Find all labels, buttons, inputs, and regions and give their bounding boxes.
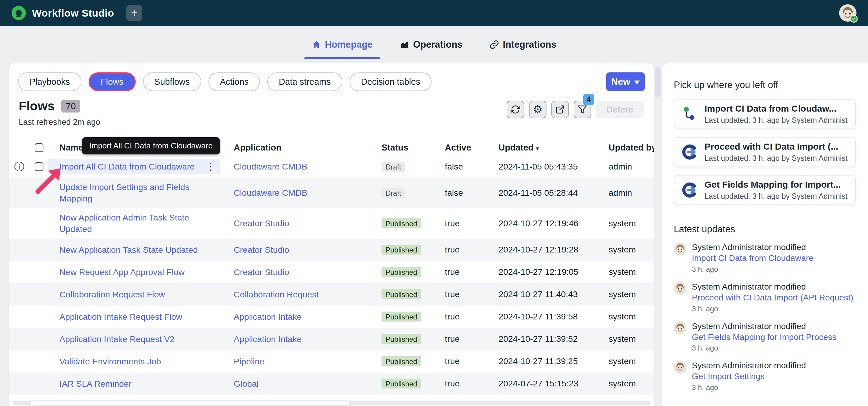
table-row[interactable]: i New Application Task State Updated⋮ Cr… [9,239,654,261]
pickup-card[interactable]: Import CI Data from Cloudaw... Last upda… [674,99,856,129]
status-badge: Published [381,356,421,366]
tab-integrations[interactable]: Integrations [488,26,558,63]
horizontal-scrollbar-thumb[interactable] [30,401,350,405]
column-header-status[interactable]: Status [368,143,431,153]
export-button[interactable] [551,101,569,118]
active-value: true [431,334,485,344]
new-button[interactable]: New [606,72,645,91]
application-link[interactable]: Pipeline [234,356,264,366]
pickup-card[interactable]: Get Fields Mapping for Import... Last up… [674,175,856,205]
update-time: 3 h. ago [692,265,813,274]
filter-pill-data-streams[interactable]: Data streams [267,72,342,91]
card-subtitle: Last updated: 3 h. ago by System Adminis… [705,192,848,200]
application-link[interactable]: Cloudaware CMDB [234,188,307,197]
page-title: Flows [19,99,55,114]
table-row[interactable]: i New Application Admin Task State Updat… [9,208,654,239]
table-row[interactable]: i Import All CI Data from Cloudaware⋮ Cl… [9,155,654,178]
tab-operations[interactable]: Operations [398,26,464,63]
main-navigation: Homepage Operations Integrations [0,26,868,63]
update-avatar [674,321,686,334]
application-link[interactable]: Creator Studio [234,267,289,277]
flow-name-link[interactable]: Collaboration Request Flow [59,289,165,299]
update-avatar [674,243,686,255]
update-target-link[interactable]: Proceed with CI Data Import (API Request… [692,292,853,303]
flow-name-link[interactable]: Import All CI Data from Cloudaware [59,161,194,172]
status-badge: Published [381,379,421,388]
pickup-card[interactable]: Proceed with CI Data Import (... Last up… [674,137,856,167]
flow-name-link[interactable]: Update Import Settings and Fields Mappin… [59,182,189,203]
filter-pill-decision-tables[interactable]: Decision tables [349,72,432,91]
application-link[interactable]: Application Intake [234,334,302,344]
flows-panel: PlaybooksFlowsSubflowsActionsData stream… [9,63,654,406]
table-row[interactable]: i Validate Environments Job⋮ Pipeline Pu… [9,350,654,373]
table-row[interactable]: i Application Intake Request Flow⋮ Appli… [9,306,654,328]
application-link[interactable]: Collaboration Request [234,289,319,299]
latest-updates-list: System Administrator modified Import CI … [674,243,856,392]
refresh-button[interactable] [507,101,524,118]
flow-name-link[interactable]: New Request App Approval Flow [59,267,185,277]
online-check-badge [850,15,858,23]
updated-by-value: system [595,312,654,321]
kebab-menu-icon[interactable]: ⋮ [206,161,215,172]
tab-homepage[interactable]: Homepage [310,26,374,63]
update-target-link[interactable]: Get Fields Mapping for Import Process [692,332,836,343]
app-logo-icon [11,6,26,20]
vertical-scrollbar-thumb[interactable] [655,67,660,96]
table-row[interactable]: i New Request App Approval Flow⋮ Creator… [9,261,654,283]
info-icon[interactable]: i [14,162,24,171]
update-item: System Administrator modified Get Import… [674,361,856,392]
column-header-updated-by[interactable]: Updated by [595,143,654,153]
flow-name-link[interactable]: Application Intake Request V2 [59,334,175,344]
flow-name-link[interactable]: New Application Admin Task State Updated [59,213,189,234]
flow-name-link[interactable]: New Application Task State Updated [59,245,198,255]
flow-name-link[interactable]: Validate Environments Job [59,356,161,366]
row-checkbox[interactable] [35,162,43,171]
table-row[interactable]: i Application Intake Request V2⋮ Applica… [9,328,654,350]
filter-pill-flows[interactable]: Flows [89,72,136,91]
table-row[interactable]: i Update Import Settings and Fields Mapp… [9,178,654,208]
application-link[interactable]: Cloudaware CMDB [234,162,307,171]
active-value: false [431,188,485,198]
column-header-application[interactable]: Application [220,143,368,153]
column-header-active[interactable]: Active [431,143,485,153]
flows-table: Name Application Status Active Updated▾ … [9,139,654,395]
update-target-link[interactable]: Get Import Settings [692,371,806,382]
updated-by-value: admin [595,162,654,171]
column-header-updated[interactable]: Updated▾ [485,143,595,153]
updated-by-value: admin [595,188,654,198]
table-row[interactable]: i IAR SLA Reminder⋮ Global Published tru… [9,373,654,395]
filter-pill-subflows[interactable]: Subflows [143,72,202,91]
filter-button[interactable]: 4 [574,101,591,118]
new-tab-button[interactable]: + [126,5,142,21]
application-link[interactable]: Global [234,379,258,388]
export-icon [555,105,565,114]
active-value: true [431,245,485,255]
flow-name-link[interactable]: IAR SLA Reminder [59,379,131,388]
sort-desc-icon: ▾ [536,145,539,152]
user-avatar[interactable] [839,4,857,22]
status-badge: Published [381,267,421,277]
application-link[interactable]: Creator Studio [234,245,289,255]
delete-button[interactable]: Delete [596,101,644,118]
updated-value: 2024-07-27 15:15:23 [485,379,595,388]
update-target-link[interactable]: Import CI Data from Cloudaware [692,253,813,263]
update-time: 3 h. ago [692,383,806,392]
chevron-down-icon [634,81,640,84]
filter-pill-actions[interactable]: Actions [208,72,260,91]
application-link[interactable]: Application Intake [234,312,302,321]
update-actor-text: System Administrator modified [692,282,853,292]
row-name-tooltip: Import All CI Data from Cloudaware [82,137,220,154]
application-link[interactable]: Creator Studio [234,218,289,228]
flow-name-link[interactable]: Application Intake Request Flow [59,312,182,321]
filter-pill-playbooks[interactable]: Playbooks [18,72,82,91]
select-all-checkbox[interactable] [35,143,43,152]
updated-by-value: system [595,267,654,277]
settings-button[interactable]: ⚙ [529,101,547,118]
proceed-arrow-icon [682,144,698,160]
active-value: true [431,356,485,366]
card-subtitle: Last updated: 3 h. ago by System Adminis… [705,154,848,163]
table-row[interactable]: i Collaboration Request Flow⋮ Collaborat… [9,283,654,306]
horizontal-scrollbar[interactable] [13,401,650,405]
updated-value: 2024-10-27 11:39:52 [485,334,595,344]
updated-by-value: system [595,379,654,388]
